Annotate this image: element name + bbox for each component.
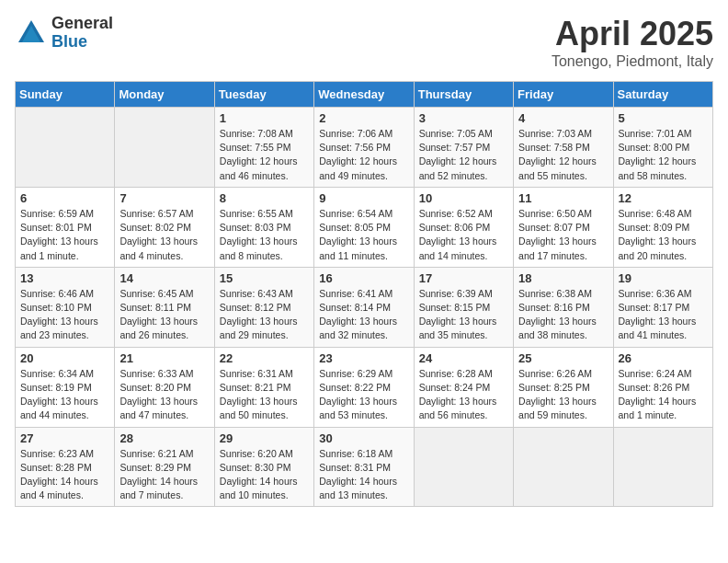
day-number: 14 bbox=[119, 271, 209, 285]
day-number: 3 bbox=[419, 111, 508, 125]
calendar-cell: 5Sunrise: 7:01 AM Sunset: 8:00 PM Daylig… bbox=[613, 108, 712, 188]
day-info: Sunrise: 7:01 AM Sunset: 8:00 PM Dayligh… bbox=[619, 127, 708, 183]
day-number: 9 bbox=[319, 191, 408, 205]
calendar-cell bbox=[514, 427, 613, 507]
calendar-cell bbox=[16, 108, 115, 188]
day-header-friday: Friday bbox=[514, 82, 613, 108]
logo: General Blue bbox=[15, 15, 113, 52]
day-info: Sunrise: 6:38 AM Sunset: 8:16 PM Dayligh… bbox=[518, 287, 608, 343]
day-info: Sunrise: 6:23 AM Sunset: 8:28 PM Dayligh… bbox=[20, 447, 109, 503]
calendar-header-row: SundayMondayTuesdayWednesdayThursdayFrid… bbox=[16, 82, 713, 108]
calendar-week-2: 6Sunrise: 6:59 AM Sunset: 8:01 PM Daylig… bbox=[16, 187, 713, 267]
calendar-cell: 30Sunrise: 6:18 AM Sunset: 8:31 PM Dayli… bbox=[314, 427, 414, 507]
calendar-cell: 25Sunrise: 6:26 AM Sunset: 8:25 PM Dayli… bbox=[514, 347, 613, 427]
calendar-cell: 23Sunrise: 6:29 AM Sunset: 8:22 PM Dayli… bbox=[314, 347, 414, 427]
day-header-wednesday: Wednesday bbox=[314, 82, 414, 108]
logo-text: General Blue bbox=[51, 15, 113, 52]
day-info: Sunrise: 6:28 AM Sunset: 8:24 PM Dayligh… bbox=[419, 367, 508, 423]
day-number: 7 bbox=[119, 191, 209, 205]
day-header-monday: Monday bbox=[115, 82, 214, 108]
calendar-cell: 9Sunrise: 6:54 AM Sunset: 8:05 PM Daylig… bbox=[314, 187, 414, 267]
day-number: 26 bbox=[619, 351, 708, 365]
day-number: 10 bbox=[419, 191, 508, 205]
day-info: Sunrise: 6:31 AM Sunset: 8:21 PM Dayligh… bbox=[220, 367, 309, 423]
calendar-cell: 14Sunrise: 6:45 AM Sunset: 8:11 PM Dayli… bbox=[115, 267, 214, 347]
calendar-week-4: 20Sunrise: 6:34 AM Sunset: 8:19 PM Dayli… bbox=[16, 347, 713, 427]
day-info: Sunrise: 6:52 AM Sunset: 8:06 PM Dayligh… bbox=[419, 207, 508, 263]
calendar-cell: 12Sunrise: 6:48 AM Sunset: 8:09 PM Dayli… bbox=[613, 187, 712, 267]
day-number: 25 bbox=[518, 351, 608, 365]
day-info: Sunrise: 6:50 AM Sunset: 8:07 PM Dayligh… bbox=[518, 207, 608, 263]
logo-general: General bbox=[51, 15, 113, 33]
day-info: Sunrise: 6:29 AM Sunset: 8:22 PM Dayligh… bbox=[319, 367, 408, 423]
day-info: Sunrise: 6:54 AM Sunset: 8:05 PM Dayligh… bbox=[319, 207, 408, 263]
day-number: 8 bbox=[220, 191, 309, 205]
calendar-cell: 2Sunrise: 7:06 AM Sunset: 7:56 PM Daylig… bbox=[314, 108, 414, 188]
day-info: Sunrise: 6:59 AM Sunset: 8:01 PM Dayligh… bbox=[20, 207, 109, 263]
calendar-cell: 6Sunrise: 6:59 AM Sunset: 8:01 PM Daylig… bbox=[16, 187, 115, 267]
calendar-cell: 11Sunrise: 6:50 AM Sunset: 8:07 PM Dayli… bbox=[514, 187, 613, 267]
calendar-cell: 22Sunrise: 6:31 AM Sunset: 8:21 PM Dayli… bbox=[214, 347, 313, 427]
day-number: 12 bbox=[619, 191, 708, 205]
day-info: Sunrise: 7:05 AM Sunset: 7:57 PM Dayligh… bbox=[419, 127, 508, 183]
day-number: 13 bbox=[20, 271, 109, 285]
calendar-cell: 17Sunrise: 6:39 AM Sunset: 8:15 PM Dayli… bbox=[414, 267, 513, 347]
day-number: 23 bbox=[319, 351, 408, 365]
calendar-table: SundayMondayTuesdayWednesdayThursdayFrid… bbox=[15, 81, 713, 507]
day-number: 16 bbox=[319, 271, 408, 285]
calendar-cell bbox=[115, 108, 214, 188]
calendar-cell bbox=[414, 427, 513, 507]
day-number: 1 bbox=[220, 111, 309, 125]
day-info: Sunrise: 6:24 AM Sunset: 8:26 PM Dayligh… bbox=[619, 367, 708, 423]
day-number: 30 bbox=[319, 431, 408, 445]
day-info: Sunrise: 7:06 AM Sunset: 7:56 PM Dayligh… bbox=[319, 127, 408, 183]
calendar-cell: 8Sunrise: 6:55 AM Sunset: 8:03 PM Daylig… bbox=[214, 187, 313, 267]
month-title: April 2025 bbox=[552, 15, 713, 53]
day-info: Sunrise: 6:55 AM Sunset: 8:03 PM Dayligh… bbox=[220, 207, 309, 263]
title-block: April 2025 Tonengo, Piedmont, Italy bbox=[552, 15, 713, 70]
calendar-cell: 24Sunrise: 6:28 AM Sunset: 8:24 PM Dayli… bbox=[414, 347, 513, 427]
day-number: 6 bbox=[20, 191, 109, 205]
calendar-cell: 15Sunrise: 6:43 AM Sunset: 8:12 PM Dayli… bbox=[214, 267, 313, 347]
calendar-cell bbox=[613, 427, 712, 507]
location: Tonengo, Piedmont, Italy bbox=[552, 53, 713, 70]
day-number: 18 bbox=[518, 271, 608, 285]
page-header: General Blue April 2025 Tonengo, Piedmon… bbox=[15, 15, 713, 70]
calendar-cell: 26Sunrise: 6:24 AM Sunset: 8:26 PM Dayli… bbox=[613, 347, 712, 427]
day-info: Sunrise: 7:08 AM Sunset: 7:55 PM Dayligh… bbox=[220, 127, 309, 183]
day-info: Sunrise: 6:48 AM Sunset: 8:09 PM Dayligh… bbox=[619, 207, 708, 263]
day-number: 11 bbox=[518, 191, 608, 205]
calendar-week-5: 27Sunrise: 6:23 AM Sunset: 8:28 PM Dayli… bbox=[16, 427, 713, 507]
calendar-cell: 28Sunrise: 6:21 AM Sunset: 8:29 PM Dayli… bbox=[115, 427, 214, 507]
day-info: Sunrise: 6:26 AM Sunset: 8:25 PM Dayligh… bbox=[518, 367, 608, 423]
day-info: Sunrise: 7:03 AM Sunset: 7:58 PM Dayligh… bbox=[518, 127, 608, 183]
day-info: Sunrise: 6:43 AM Sunset: 8:12 PM Dayligh… bbox=[220, 287, 309, 343]
day-number: 29 bbox=[220, 431, 309, 445]
calendar-week-3: 13Sunrise: 6:46 AM Sunset: 8:10 PM Dayli… bbox=[16, 267, 713, 347]
day-number: 20 bbox=[20, 351, 109, 365]
day-info: Sunrise: 6:33 AM Sunset: 8:20 PM Dayligh… bbox=[119, 367, 209, 423]
day-number: 17 bbox=[419, 271, 508, 285]
day-number: 15 bbox=[220, 271, 309, 285]
calendar-cell: 20Sunrise: 6:34 AM Sunset: 8:19 PM Dayli… bbox=[16, 347, 115, 427]
logo-blue: Blue bbox=[51, 33, 113, 52]
calendar-cell: 29Sunrise: 6:20 AM Sunset: 8:30 PM Dayli… bbox=[214, 427, 313, 507]
calendar-cell: 18Sunrise: 6:38 AM Sunset: 8:16 PM Dayli… bbox=[514, 267, 613, 347]
day-number: 2 bbox=[319, 111, 408, 125]
calendar-cell: 4Sunrise: 7:03 AM Sunset: 7:58 PM Daylig… bbox=[514, 108, 613, 188]
day-header-thursday: Thursday bbox=[414, 82, 513, 108]
day-info: Sunrise: 6:45 AM Sunset: 8:11 PM Dayligh… bbox=[119, 287, 209, 343]
day-header-saturday: Saturday bbox=[613, 82, 712, 108]
day-number: 28 bbox=[119, 431, 209, 445]
logo-icon bbox=[15, 17, 48, 50]
day-info: Sunrise: 6:18 AM Sunset: 8:31 PM Dayligh… bbox=[319, 447, 408, 503]
day-number: 27 bbox=[20, 431, 109, 445]
day-number: 5 bbox=[619, 111, 708, 125]
calendar-cell: 21Sunrise: 6:33 AM Sunset: 8:20 PM Dayli… bbox=[115, 347, 214, 427]
day-info: Sunrise: 6:57 AM Sunset: 8:02 PM Dayligh… bbox=[119, 207, 209, 263]
day-header-sunday: Sunday bbox=[16, 82, 115, 108]
calendar-week-1: 1Sunrise: 7:08 AM Sunset: 7:55 PM Daylig… bbox=[16, 108, 713, 188]
day-info: Sunrise: 6:39 AM Sunset: 8:15 PM Dayligh… bbox=[419, 287, 508, 343]
calendar-cell: 10Sunrise: 6:52 AM Sunset: 8:06 PM Dayli… bbox=[414, 187, 513, 267]
day-info: Sunrise: 6:34 AM Sunset: 8:19 PM Dayligh… bbox=[20, 367, 109, 423]
